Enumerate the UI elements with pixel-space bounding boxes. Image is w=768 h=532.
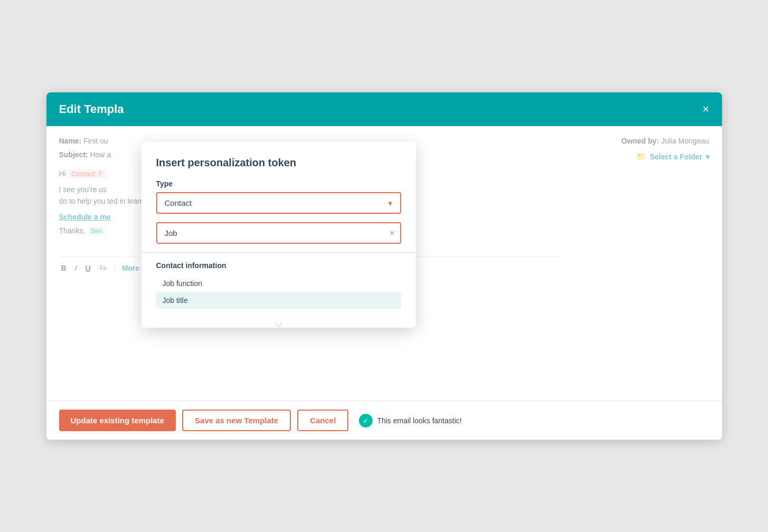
main-content: Name: First ou Subject: How a Hi Contact… [46,126,722,401]
search-wrapper: × [156,222,401,244]
update-template-button[interactable]: Update existing template [59,410,176,431]
header-title: Edit Templa [59,102,124,116]
close-button[interactable]: × [703,103,709,115]
dropdown-item-job-function[interactable]: Job function [156,275,401,292]
email-fantastic-banner: ✓ This email looks fantastic! [359,414,461,428]
check-circle-icon: ✓ [359,414,373,428]
type-label: Type [156,179,401,188]
cancel-button[interactable]: Cancel [297,410,348,431]
save-new-template-button[interactable]: Save as new Template [182,410,291,431]
modal-pointer [156,317,401,328]
section-title: Contact information [156,261,401,270]
type-select-wrapper: Contact Company Deal ▼ [156,192,401,214]
type-select[interactable]: Contact Company Deal [156,192,401,214]
search-clear-button[interactable]: × [390,229,394,238]
footer-bar: Update existing template Save as new Tem… [46,401,722,440]
dropdown-item-job-title[interactable]: Job title [156,292,401,309]
personalization-token-modal: Insert personalization token Type Contac… [141,142,416,328]
main-window: Edit Templa × Name: First ou Subject: Ho… [46,92,722,440]
dropdown-results: Contact information Job function Job tit… [141,252,416,317]
header-bar: Edit Templa × [46,92,722,126]
fantastic-text: This email looks fantastic! [377,416,461,425]
search-input[interactable] [157,223,400,243]
modal-title: Insert personalization token [156,157,401,169]
